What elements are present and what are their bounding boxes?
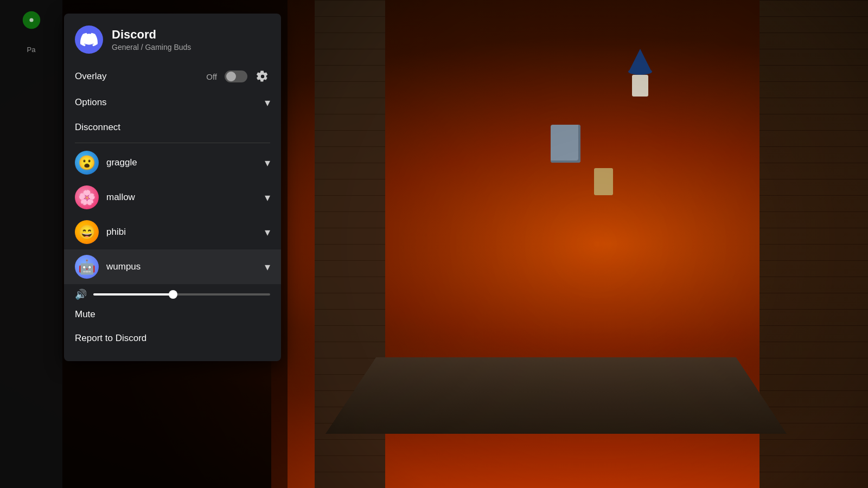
dungeon-scene	[271, 0, 868, 488]
volume-control[interactable]: 🔊	[64, 284, 281, 303]
discord-logo-icon	[80, 31, 98, 48]
disconnect-row[interactable]: Disconnect	[64, 115, 281, 140]
discord-logo	[75, 25, 103, 54]
overlay-controls: Off	[206, 69, 270, 84]
user-row-mallow[interactable]: 🌸 mallow ▾	[64, 180, 281, 215]
discord-panel: Discord General / Gaming Buds Overlay Of…	[64, 14, 281, 361]
toggle-knob	[226, 72, 236, 81]
user-avatar-mallow: 🌸	[75, 185, 99, 209]
volume-icon: 🔊	[75, 288, 87, 300]
settings-gear-icon[interactable]	[255, 69, 270, 84]
wizard-hat	[629, 49, 651, 70]
report-row[interactable]: Report to Discord	[64, 326, 281, 350]
options-label: Options	[75, 97, 107, 108]
overlay-label: Overlay	[75, 71, 107, 82]
xbox-sidebar: Pa	[0, 0, 62, 488]
mute-row[interactable]: Mute	[64, 303, 281, 326]
user-expand-chevron-mallow: ▾	[265, 191, 270, 204]
volume-slider-fill	[93, 293, 173, 296]
user-name-wumpus: wumpus	[106, 261, 257, 272]
user-name-mallow: mallow	[106, 192, 257, 203]
sidebar-pa-text: Pa	[27, 46, 36, 54]
options-chevron-icon: ▾	[265, 96, 270, 109]
wizard-body	[632, 75, 648, 97]
overlay-status: Off	[206, 72, 217, 81]
user-avatar-graggle: 😮	[75, 151, 99, 175]
discord-app-name: Discord	[112, 28, 191, 42]
discord-header: Discord General / Gaming Buds	[64, 14, 281, 63]
disconnect-label: Disconnect	[75, 122, 120, 132]
volume-slider-track[interactable]	[93, 293, 270, 296]
user-avatar-phibi: 😄	[75, 220, 99, 244]
user-name-phibi: phibi	[106, 227, 257, 237]
user-avatar-wumpus: 🤖	[75, 255, 99, 279]
user-expand-chevron-wumpus: ▾	[265, 260, 270, 273]
options-row[interactable]: Options ▾	[64, 89, 281, 115]
small-character	[594, 168, 613, 195]
discord-channel-name: General / Gaming Buds	[112, 43, 191, 52]
overlay-toggle[interactable]	[225, 70, 247, 82]
golem-character	[551, 125, 580, 163]
user-expand-chevron-graggle: ▾	[265, 156, 270, 169]
mute-label: Mute	[75, 309, 95, 319]
user-expand-chevron-phibi: ▾	[265, 226, 270, 239]
report-label: Report to Discord	[75, 333, 146, 343]
discord-title-block: Discord General / Gaming Buds	[112, 28, 191, 52]
divider-line	[75, 143, 270, 143]
user-row-phibi[interactable]: 😄 phibi ▾	[64, 215, 281, 249]
volume-slider-thumb[interactable]	[169, 290, 177, 299]
user-row-wumpus[interactable]: 🤖 wumpus ▾	[64, 249, 281, 284]
wall-right	[760, 0, 868, 488]
user-row-graggle[interactable]: 😮 graggle ▾	[64, 145, 281, 180]
dungeon-floor	[326, 357, 787, 434]
wizard-character	[624, 49, 656, 103]
xbox-icon	[21, 10, 42, 30]
user-name-graggle: graggle	[106, 157, 257, 168]
svg-point-1	[29, 18, 33, 22]
overlay-row[interactable]: Overlay Off	[64, 63, 281, 89]
